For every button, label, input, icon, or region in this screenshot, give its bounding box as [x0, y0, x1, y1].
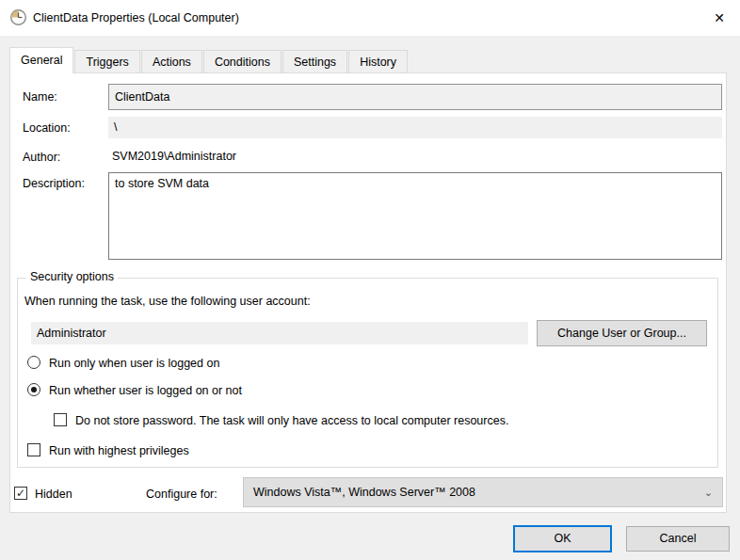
description-label: Description:	[23, 177, 85, 190]
radio-run-only-logged-on[interactable]	[27, 356, 40, 369]
tab-strip: General Triggers Actions Conditions Sett…	[9, 47, 409, 73]
radio-run-only-logged-on-label[interactable]: Run only when user is logged on	[49, 357, 219, 370]
checkbox-hidden[interactable]: ✓	[14, 487, 27, 500]
window-title: ClientData Properties (Local Computer)	[33, 0, 239, 36]
configure-for-label: Configure for:	[146, 488, 217, 501]
location-value: \	[108, 117, 722, 138]
account-value: Administrator	[31, 322, 528, 344]
checkbox-do-not-store-password-label[interactable]: Do not store password. The task will onl…	[75, 414, 508, 427]
tab-conditions[interactable]: Conditions	[203, 50, 282, 73]
checkbox-hidden-label[interactable]: Hidden	[35, 488, 72, 501]
checkbox-do-not-store-password[interactable]	[54, 413, 67, 426]
name-input[interactable]	[108, 84, 722, 110]
name-label: Name:	[23, 90, 57, 104]
configure-for-value: Windows Vista™, Windows Server™ 2008	[253, 486, 475, 499]
account-hint-text: When running the task, use the following…	[24, 295, 311, 308]
radio-run-whether-logged-on[interactable]	[27, 383, 40, 396]
description-textarea[interactable]: to store SVM data	[108, 172, 722, 260]
change-user-button[interactable]: Change User or Group...	[537, 320, 707, 346]
configure-for-select[interactable]: Windows Vista™, Windows Server™ 2008 ⌄	[243, 477, 723, 507]
security-options-legend: Security options	[26, 270, 118, 283]
author-label: Author:	[23, 151, 60, 164]
tab-settings[interactable]: Settings	[282, 50, 347, 73]
checkbox-highest-privileges[interactable]	[27, 443, 40, 456]
tab-actions[interactable]: Actions	[141, 50, 202, 73]
tab-general[interactable]: General	[9, 47, 73, 73]
tab-triggers[interactable]: Triggers	[74, 50, 139, 73]
close-icon[interactable]: ✕	[706, 6, 732, 30]
ok-button[interactable]: OK	[513, 525, 612, 552]
location-label: Location:	[23, 121, 71, 135]
radio-run-whether-logged-on-label[interactable]: Run whether user is logged on or not	[49, 384, 242, 397]
author-value: SVM2019\Administrator	[112, 150, 236, 163]
title-bar: ClientData Properties (Local Computer) ✕	[0, 0, 740, 36]
chevron-down-icon: ⌄	[704, 478, 713, 506]
tab-history[interactable]: History	[348, 50, 408, 73]
task-scheduler-clock-icon	[10, 9, 26, 25]
cancel-button[interactable]: Cancel	[626, 526, 730, 552]
checkbox-highest-privileges-label[interactable]: Run with highest privileges	[49, 444, 189, 457]
task-properties-dialog: { "window": { "title": "ClientData Prope…	[0, 0, 740, 560]
